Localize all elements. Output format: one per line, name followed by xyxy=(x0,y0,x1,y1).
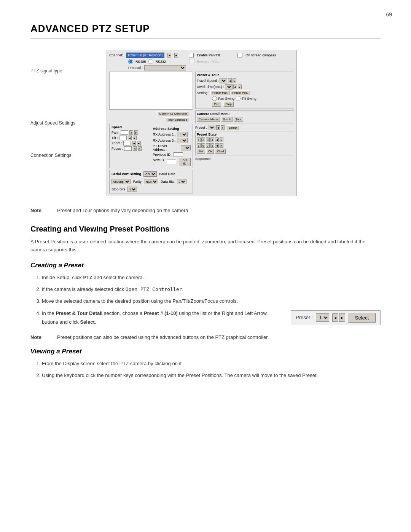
on-screen-compass-checkbox[interactable] xyxy=(237,53,242,58)
tilt-speed-up[interactable]: ► xyxy=(133,136,137,140)
preset-select-main-btn[interactable]: Select xyxy=(348,313,376,323)
zoom-speed-up[interactable]: ► xyxy=(137,141,141,145)
preset-widget-select[interactable]: 1 xyxy=(316,313,329,322)
preset-pos-btn[interactable]: Preset Pos. xyxy=(231,90,250,95)
ps-nav-l[interactable]: ◄ xyxy=(215,137,219,142)
preset-state-title: Preset State xyxy=(197,133,293,136)
ps-btn-2[interactable]: 2 xyxy=(201,137,205,142)
ps-nav-r[interactable]: ► xyxy=(220,137,223,142)
ps-btn-4[interactable]: 4 xyxy=(210,137,214,142)
travel-speed-up[interactable]: ► xyxy=(233,78,236,83)
com-select[interactable]: COM1 xyxy=(143,171,157,177)
data-bits-select[interactable]: 8 xyxy=(177,179,186,184)
ps-btn-5[interactable]: 5 xyxy=(197,143,201,148)
zoom-speed-down[interactable]: ◄ xyxy=(132,141,136,145)
channel-label: Channel: xyxy=(109,53,123,57)
preset-prev-btn[interactable]: ◄ xyxy=(216,125,220,130)
channel-prev-btn[interactable]: ◄ xyxy=(167,53,171,58)
preset-widget: Preset : 1 ◄ ► Select xyxy=(291,310,381,325)
channel-next-btn[interactable]: ► xyxy=(174,53,178,58)
camera-detail-title: Camera Detail Menu xyxy=(197,112,293,116)
rs232-label: RS232 xyxy=(156,60,166,64)
ps-nav-l2[interactable]: ◄ xyxy=(215,143,219,148)
preset-select[interactable]: 1 xyxy=(208,125,215,130)
ps-btn-8[interactable]: 8 xyxy=(210,143,214,148)
ps-btn-7[interactable]: 7 xyxy=(206,143,210,148)
tour-schedule-btn[interactable]: Tour Schedule xyxy=(166,117,189,122)
pan-speed-up[interactable]: ► xyxy=(134,130,138,135)
pan-speed-input[interactable] xyxy=(121,130,128,135)
ps-btn-6[interactable]: 6 xyxy=(201,143,205,148)
clrall-btn[interactable]: Clrall xyxy=(215,149,226,154)
set-id-btn[interactable]: Set ID xyxy=(179,158,191,166)
page-number: 69 xyxy=(386,11,392,18)
preset-state-section: Preset State 1 2 3 4 ◄ ► 5 6 7 xyxy=(195,131,294,155)
pt-driver-label: PT Driver Address : xyxy=(153,144,180,152)
focus-speed-down[interactable]: ◄ xyxy=(133,146,137,151)
stop-bits-select[interactable]: 1 xyxy=(127,187,137,192)
preset-pan-btn[interactable]: Preset Pan xyxy=(210,90,229,95)
pt-driver-select[interactable] xyxy=(181,145,191,150)
preset-nav-left-btn[interactable]: ◄ xyxy=(332,313,338,322)
parity-select[interactable]: NONE xyxy=(144,179,158,184)
preset-next-btn[interactable]: ► xyxy=(221,125,225,130)
reverse-ptz-checkbox[interactable] xyxy=(190,59,194,64)
pan-speed-down[interactable]: ◄ xyxy=(129,130,133,135)
baud-rate-select[interactable]: 9600bps xyxy=(112,179,131,184)
speed-section-title: Speed xyxy=(112,125,142,129)
ps-btn-3[interactable]: 3 xyxy=(206,137,210,142)
diagram-labels: PTZ signal type Adjust Speed Settings Co… xyxy=(30,50,107,179)
new-id-label: New ID : xyxy=(153,158,166,166)
tilt-speed-input[interactable] xyxy=(119,136,127,140)
travel-speed-select[interactable] xyxy=(220,78,227,83)
rs485-radio[interactable] xyxy=(128,59,133,64)
page-title: ADVANCED PTZ SETUP xyxy=(30,23,381,35)
enable-pan-tilt-checkbox[interactable] xyxy=(189,53,194,58)
stop-bits-label: Stop Bits xyxy=(112,187,125,191)
section-creating-viewing-heading: Creating and Viewing Preset Positions xyxy=(30,225,381,233)
rs232-radio[interactable] xyxy=(148,59,153,64)
ptz-preset-list-area xyxy=(109,72,193,110)
zoom-label: Zoom : xyxy=(112,141,122,145)
pan-btn[interactable]: Pan xyxy=(212,102,221,107)
clr-btn[interactable]: Clr xyxy=(206,149,214,154)
tour-btn[interactable]: Tour xyxy=(234,117,244,122)
previous-id-input[interactable] xyxy=(174,152,183,157)
rx-address1-select[interactable] xyxy=(177,132,188,137)
dwell-time-up[interactable]: ► xyxy=(238,85,242,89)
dwell-time-select[interactable] xyxy=(225,84,233,89)
protocol-select[interactable] xyxy=(144,65,186,70)
channel-select[interactable]: 1Channel (P.: Position1 xyxy=(126,53,164,58)
scroll-btn[interactable]: Scroll xyxy=(221,117,233,122)
stop-btn[interactable]: Stop xyxy=(223,102,233,107)
dwell-time-down[interactable]: ◄ xyxy=(233,85,237,89)
rs485-label: RS485 xyxy=(135,60,146,64)
rx-address2-label: RX Address 2 : xyxy=(153,139,176,142)
travel-speed-down[interactable]: ◄ xyxy=(228,78,232,83)
tilt-speed-down[interactable]: ◄ xyxy=(128,136,132,140)
preset-nav-right-btn[interactable]: ► xyxy=(339,313,345,322)
diagram-container: PTZ signal type Adjust Speed Settings Co… xyxy=(30,50,381,196)
tilt-swing-label: Tilt Swing xyxy=(242,97,256,101)
preset-select-row: Preset : 1 ◄ ► Select xyxy=(195,125,294,130)
creating-step-1: Inside Setup, click PTZ and select the c… xyxy=(42,273,381,282)
speed-section: Speed Pan : ◄ ► Tilt : xyxy=(109,124,193,168)
zoom-speed-input[interactable] xyxy=(123,141,131,145)
adjust-speed-label: Adjust Speed Settings xyxy=(30,120,75,126)
open-ptz-controller-btn[interactable]: Open PTZ Controller xyxy=(157,111,189,116)
tilt-swing-radio[interactable] xyxy=(236,96,241,101)
focus-speed-input[interactable] xyxy=(124,146,132,151)
focus-speed-up[interactable]: ► xyxy=(138,146,142,151)
camera-menu-btn[interactable]: Camera Menu xyxy=(197,117,220,122)
set-btn[interactable]: Set xyxy=(197,149,205,154)
serial-port-title: Serial Port Setting xyxy=(112,172,141,176)
address-section: Address Setting RX Address 1 : RX Addres… xyxy=(153,127,191,167)
ps-btn-1[interactable]: 1 xyxy=(197,137,201,142)
pan-swing-radio[interactable] xyxy=(212,96,217,101)
creating-step-4: In the Preset & Tour Detail section, cho… xyxy=(42,309,381,327)
rx-address2-select[interactable] xyxy=(177,138,188,143)
preset-select-btn-ui[interactable]: Select xyxy=(227,125,239,130)
on-screen-compass-label: On screen compass xyxy=(245,53,276,57)
ps-nav-r2[interactable]: ► xyxy=(220,143,223,148)
new-id-input[interactable] xyxy=(167,160,176,164)
